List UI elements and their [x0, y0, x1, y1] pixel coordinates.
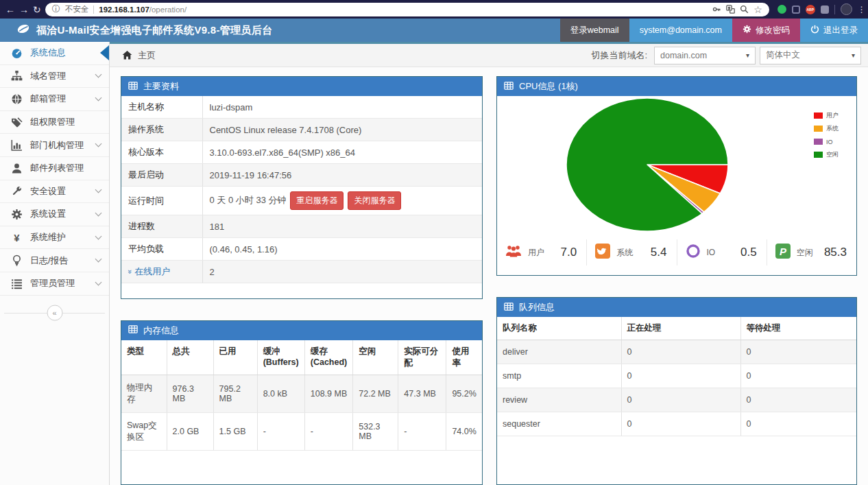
browser-profile-avatar[interactable] — [841, 3, 852, 15]
forward-icon[interactable]: → — [19, 5, 29, 14]
table-cell: - — [304, 412, 353, 450]
cpu-stat-label: IO — [707, 248, 716, 257]
info-label-process-count: 进程数 — [121, 215, 202, 238]
table-cell: 0 — [621, 412, 740, 436]
clipboard-extension-icon[interactable] — [792, 5, 800, 14]
table-cell: Swap交换区 — [121, 412, 167, 450]
back-icon[interactable]: ← — [5, 5, 15, 14]
sidebar-item-domain-mgmt[interactable]: 域名管理 — [0, 65, 109, 88]
sidebar-item-admin-mgmt[interactable]: 管理员管理 — [0, 272, 109, 296]
zoom-icon[interactable] — [740, 5, 749, 14]
browser-menu-icon[interactable]: ⋮ — [858, 5, 866, 14]
cpu-stat-value: 5.4 — [651, 246, 667, 259]
page-title: 福洽U-Mail安全增强电子邮件系统V9.8-管理员后台 — [36, 24, 272, 37]
home-icon[interactable] — [122, 50, 132, 60]
sidebar-item-system-info[interactable]: 系统信息 — [0, 42, 109, 65]
bookmark-star-icon[interactable]: ☆ — [754, 5, 762, 14]
chevron-down-icon — [95, 187, 102, 193]
address-bar[interactable]: ⓘ 不安全 192.168.1.107/operation/ ☆ — [45, 3, 769, 16]
legend-label: 系统 — [826, 124, 839, 133]
info-value-text: luzi-dspam — [210, 102, 253, 113]
page-info-icon[interactable]: ⓘ — [52, 3, 60, 15]
table-row: 物理内存976.3 MB795.2 MB8.0 kB108.9 MB72.2 M… — [121, 375, 482, 412]
legend-label: IO — [826, 139, 833, 145]
sidebar-item-logs-reports[interactable]: 日志/报告 — [0, 249, 109, 272]
sidebar-collapse-button[interactable]: « — [47, 305, 62, 320]
column-header: 空闲 — [353, 340, 398, 375]
tachometer-icon — [11, 47, 23, 59]
sidebar: 系统信息域名管理邮箱管理组权限管理部门机构管理邮件列表管理安全设置系统设置¥系统… — [0, 42, 110, 485]
memory-panel-header: 内存信息 — [121, 321, 482, 340]
logout-button[interactable]: 退出登录 — [800, 19, 868, 42]
reload-icon[interactable]: ↻ — [33, 5, 41, 14]
chevron-down-icon: ▾ — [852, 51, 855, 59]
adblock-extension-icon[interactable]: ABP — [806, 5, 815, 14]
info-value-last-boot: 2019-11-19 16:47:56 — [202, 164, 482, 187]
legend-swatch — [814, 139, 823, 145]
breadcrumb[interactable]: 主页 — [138, 49, 156, 62]
table-row: deliver00 — [497, 340, 856, 364]
extension-icon[interactable] — [821, 5, 829, 14]
breadcrumb-bar: 主页 切换当前域名: domain.com ▾ 简体中文 ▾ — [110, 44, 868, 67]
main-info-panel-header: 主要资料 — [121, 77, 482, 96]
info-value-text: 181 — [210, 222, 225, 232]
info-label-online-users[interactable]: »在线用户 — [121, 261, 202, 283]
info-row-load-avg: 平均负载(0.46, 0.45, 1.16) — [121, 238, 482, 261]
column-header: 使用率 — [446, 340, 482, 375]
app-header: 福洽U-Mail安全增强电子邮件系统V9.8-管理员后台 登录webmail s… — [0, 19, 868, 42]
column-header: 实际可分配 — [398, 340, 446, 375]
table-cell: 物理内存 — [121, 375, 167, 412]
sidebar-item-group-perm-mgmt[interactable]: 组权限管理 — [0, 111, 109, 134]
users-icon — [505, 244, 522, 261]
cpu-stat-空闲: P空闲85.3 — [767, 239, 856, 265]
info-row-hostname: 主机名称luzi-dspam — [121, 96, 482, 119]
sidebar-collapse-row: « — [0, 301, 109, 324]
cpu-stat-用户: 用户7.0 — [497, 239, 586, 265]
login-webmail-label: 登录webmail — [570, 25, 619, 36]
table-grid-icon — [504, 81, 514, 93]
sidebar-item-mailbox-mgmt[interactable]: 邮箱管理 — [0, 88, 109, 111]
online-users-link[interactable]: 在线用户 — [134, 266, 170, 276]
empty-cell — [121, 283, 482, 298]
password-key-icon[interactable] — [712, 5, 721, 14]
power-icon — [810, 25, 819, 36]
pinterest-icon: P — [775, 244, 791, 261]
table-cell: review — [497, 388, 621, 412]
language-select[interactable]: 简体中文 ▾ — [760, 47, 861, 64]
divider — [93, 5, 94, 14]
translate-icon[interactable] — [726, 5, 735, 14]
yen-icon: ¥ — [11, 232, 23, 244]
column-header: 缓冲 (Buffers) — [257, 340, 304, 375]
sidebar-item-maillist-mgmt[interactable]: 邮件列表管理 — [0, 157, 109, 180]
table-cell: 532.3 MB — [353, 412, 398, 450]
table-cell: 0 — [740, 388, 856, 412]
restart-server-button[interactable]: 重启服务器 — [290, 191, 343, 210]
cpu-stat-IO: IO0.5 — [677, 239, 767, 265]
change-password-button[interactable]: 修改密码 — [732, 19, 800, 42]
info-value-online-users: 2 — [202, 261, 482, 283]
info-value-text: 0 天 0 小时 33 分钟 — [210, 195, 287, 205]
globe-icon — [11, 93, 23, 105]
table-row: review00 — [497, 388, 856, 412]
shutdown-server-button[interactable]: 关闭服务器 — [348, 191, 401, 210]
account-button[interactable]: system@domain.com — [629, 19, 732, 42]
sidebar-item-label: 部门机构管理 — [30, 139, 84, 152]
chevron-down-icon — [95, 256, 102, 263]
cpu-stats-row: 用户7.0系统5.4IO0.5P空闲85.3 — [497, 238, 856, 275]
info-value-load-avg: (0.46, 0.45, 1.16) — [202, 238, 482, 261]
queue-panel-header: 队列信息 — [497, 298, 856, 317]
sidebar-item-system-maintenance[interactable]: ¥系统维护 — [0, 226, 109, 250]
table-cell: smtp — [497, 364, 621, 388]
sidebar-item-label: 安全设置 — [30, 185, 66, 198]
evernote-extension-icon[interactable] — [777, 5, 786, 14]
sidebar-item-label: 组权限管理 — [30, 116, 75, 128]
sidebar-item-security-settings[interactable]: 安全设置 — [0, 180, 109, 204]
table-cell: 108.9 MB — [304, 375, 353, 412]
sidebar-item-dept-org-mgmt[interactable]: 部门机构管理 — [0, 134, 109, 157]
domain-select[interactable]: domain.com ▾ — [654, 47, 756, 64]
wrench-icon — [11, 185, 23, 197]
login-webmail-button[interactable]: 登录webmail — [560, 19, 629, 42]
sidebar-item-label: 系统设置 — [30, 208, 66, 220]
sidebar-item-system-settings[interactable]: 系统设置 — [0, 203, 109, 226]
twitter-icon — [595, 244, 610, 261]
